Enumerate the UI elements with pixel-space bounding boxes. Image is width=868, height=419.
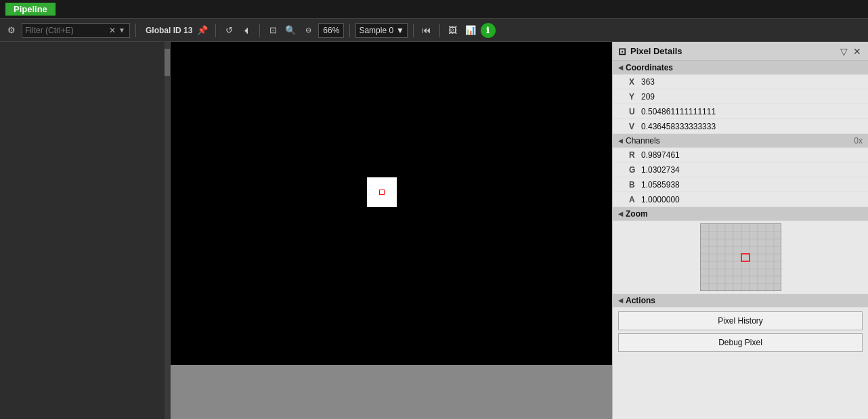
actions-label: Actions <box>626 296 655 305</box>
coord-v-key: V <box>629 122 641 131</box>
history-icon[interactable]: ⏴ <box>239 23 254 38</box>
channel-r-value: 0.9897461 <box>641 150 680 160</box>
viewport-canvas[interactable] <box>171 42 612 365</box>
svg-rect-17 <box>741 254 750 261</box>
first-frame-icon[interactable]: ⏮ <box>419 23 434 38</box>
channel-g-key: G <box>629 165 641 175</box>
sep-2 <box>215 24 216 37</box>
sample-select[interactable]: Sample 0 ▼ <box>355 23 408 38</box>
zoom-grid <box>700 223 781 291</box>
channels-triangle: ◀ <box>618 137 623 144</box>
channel-a-row: A 1.0000000 <box>613 192 868 207</box>
coordinates-label: Coordinates <box>626 63 673 72</box>
scrollbar-vertical[interactable] <box>165 42 170 419</box>
coord-y-key: Y <box>629 92 641 102</box>
channels-label: Channels <box>626 136 660 146</box>
channel-g-value: 1.0302734 <box>641 165 680 175</box>
coord-x-row: X 363 <box>613 74 868 89</box>
zoom-grid-container <box>613 221 868 294</box>
sep-3 <box>259 24 260 37</box>
actions-buttons: Pixel History Debug Pixel <box>613 307 868 356</box>
coord-u-value: 0.504861111111111 <box>641 107 716 116</box>
coordinates-triangle: ◀ <box>618 64 623 71</box>
pixel-history-button[interactable]: Pixel History <box>618 311 863 330</box>
pin-icon[interactable]: 📌 <box>195 23 210 38</box>
channel-a-value: 1.0000000 <box>641 195 680 204</box>
pixel-details-title: ⊡ Pixel Details <box>618 46 682 57</box>
sep-5 <box>413 24 414 37</box>
main-layout: ShaderCBV 0 : ScratchBuffer_4194304 :CBV… <box>0 42 868 419</box>
coord-v-row: V 0.436458333333333 <box>613 119 868 134</box>
filter-section: ⚙ ✕ ▼ <box>4 23 130 38</box>
channel-a-key: A <box>629 195 641 204</box>
channel-b-value: 1.0585938 <box>641 180 680 190</box>
sample-dropdown-icon: ▼ <box>396 26 404 35</box>
coord-x-value: 363 <box>641 77 655 87</box>
red-dot-marker <box>379 190 385 195</box>
channel-g-row: G 1.0302734 <box>613 162 868 177</box>
white-square <box>367 177 397 207</box>
right-panel-actions: ▽ ✕ <box>839 45 863 58</box>
actions-triangle: ◀ <box>618 297 623 304</box>
coord-v-value: 0.436458333333333 <box>641 122 716 131</box>
coord-u-row: U 0.504861111111111 <box>613 104 868 119</box>
debug-pixel-button[interactable]: Debug Pixel <box>618 333 863 352</box>
zoom-triangle: ◀ <box>618 211 623 217</box>
sep-4 <box>349 24 350 37</box>
filter-clear-icon[interactable]: ✕ <box>109 26 116 35</box>
zoom-out-icon[interactable]: ⊖ <box>301 23 316 38</box>
bar-chart-icon[interactable]: 📊 <box>463 23 478 38</box>
channel-b-row: B 1.0585938 <box>613 177 868 192</box>
actions-section-header[interactable]: ◀ Actions <box>613 294 868 307</box>
zoom-grid-svg <box>701 224 782 292</box>
zoom-value-label: 66% <box>318 23 344 38</box>
channel-r-key: R <box>629 150 641 160</box>
filter-box[interactable]: ✕ ▼ <box>22 23 130 38</box>
title-bar: Pipeline <box>0 0 868 19</box>
pixel-details-icon: ⊡ <box>618 46 626 57</box>
image-icon[interactable]: 🖼 <box>446 23 460 38</box>
channel-b-key: B <box>629 180 641 190</box>
pipeline-label: Pipeline <box>5 3 56 16</box>
sep-6 <box>439 24 440 37</box>
coord-y-value: 209 <box>641 92 655 102</box>
channel-r-row: R 0.9897461 <box>613 148 868 162</box>
toolbar: ⚙ ✕ ▼ Global ID 13 📌 ↺ ⏴ ⊡ 🔍 ⊖ 66% Sampl… <box>0 19 868 42</box>
right-panel-header: ⊡ Pixel Details ▽ ✕ <box>613 42 868 61</box>
filter-dropdown-icon[interactable]: ▼ <box>118 26 125 34</box>
zoom-section-header[interactable]: ◀ Zoom <box>613 207 868 221</box>
info-icon[interactable]: ℹ <box>481 23 496 38</box>
scrollbar-thumb[interactable] <box>165 49 170 76</box>
sep-1 <box>135 24 136 37</box>
filter-input[interactable] <box>25 26 106 35</box>
channels-suffix: 0x <box>854 136 863 146</box>
global-id-label: Global ID 13 <box>146 26 192 35</box>
pin-panel-icon[interactable]: ▽ <box>839 45 849 58</box>
channels-section-header[interactable]: ◀ Channels 0x <box>613 134 868 148</box>
viewport-bottom-bar <box>171 365 612 419</box>
zoom-in-icon[interactable]: 🔍 <box>283 23 298 38</box>
close-panel-icon[interactable]: ✕ <box>852 45 863 58</box>
right-panel: ⊡ Pixel Details ▽ ✕ ◀ Coordinates X 363 … <box>612 42 868 419</box>
gear-icon[interactable]: ⚙ <box>4 23 19 38</box>
refresh-icon[interactable]: ↺ <box>221 23 236 38</box>
coordinates-section[interactable]: ◀ Coordinates <box>613 61 868 74</box>
zoom-label: Zoom <box>626 209 648 219</box>
coord-u-key: U <box>629 107 641 116</box>
fit-icon[interactable]: ⊡ <box>265 23 280 38</box>
coord-y-row: Y 209 <box>613 89 868 104</box>
sample-label: Sample 0 <box>359 26 393 35</box>
left-panel: ShaderCBV 0 : ScratchBuffer_4194304 :CBV… <box>0 42 171 419</box>
coord-x-key: X <box>629 77 641 87</box>
center-viewport <box>171 42 612 419</box>
